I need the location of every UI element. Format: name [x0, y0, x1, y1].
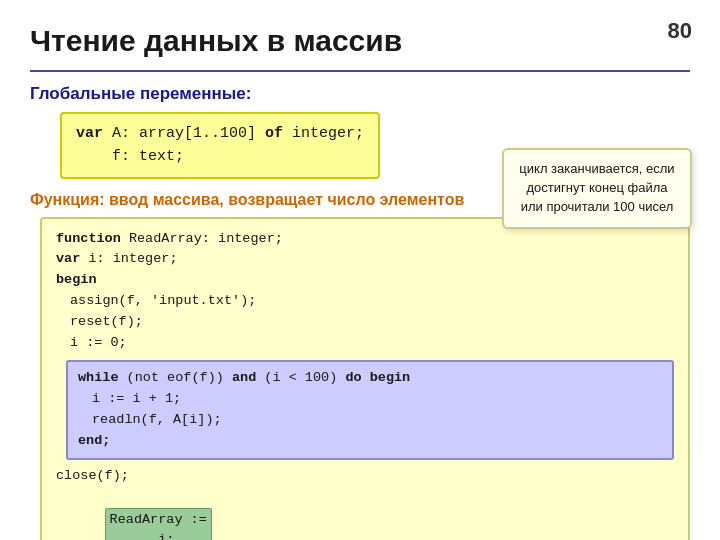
while-end: end;: [78, 431, 662, 452]
global-code-line1: var A: array[1..100] of integer;: [76, 122, 364, 145]
page-number: 80: [668, 18, 692, 44]
tooltip-box: цикл заканчивается, если достигнут конец…: [502, 148, 692, 229]
code-close: close(f);: [56, 466, 674, 487]
while-box: while (not eof(f)) and (i < 100) do begi…: [66, 360, 674, 460]
tooltip-text: цикл заканчивается, если достигнут конец…: [519, 161, 674, 214]
global-label: Глобальные переменные:: [30, 84, 690, 104]
while-line3: readln(f, A[i]);: [78, 410, 662, 431]
code-line2: var i: integer;: [56, 249, 674, 270]
divider: [30, 70, 690, 72]
code-line4: assign(f, 'input.txt');: [56, 291, 674, 312]
code-line1: function ReadArray: integer;: [56, 229, 674, 250]
main-code-area: function ReadArray: integer; var i: inte…: [40, 217, 690, 541]
global-code-line2: f: text;: [76, 145, 364, 168]
global-code-box: var A: array[1..100] of integer; f: text…: [60, 112, 380, 179]
while-line2: i := i + 1;: [78, 389, 662, 410]
slide-title: Чтение данных в массив: [30, 24, 690, 58]
code-line6: i := 0;: [56, 333, 674, 354]
code-return: ReadArray := i;: [56, 487, 674, 540]
code-line5: reset(f);: [56, 312, 674, 333]
return-highlight: ReadArray := i;: [105, 508, 212, 540]
while-line1: while (not eof(f)) and (i < 100) do begi…: [78, 368, 662, 389]
slide: 80 Чтение данных в массив Глобальные пер…: [0, 0, 720, 540]
code-line3: begin: [56, 270, 674, 291]
